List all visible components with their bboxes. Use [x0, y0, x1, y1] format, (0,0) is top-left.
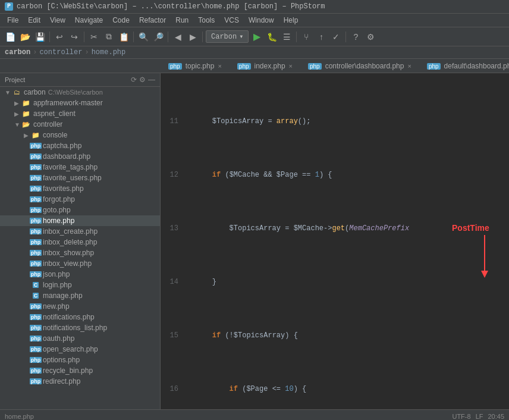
- tree-label-goto: goto.php: [43, 206, 71, 214]
- debug-btn[interactable]: 🐛: [265, 30, 278, 43]
- undo-btn[interactable]: ↩: [53, 30, 66, 43]
- code-line-11: 11 $TopicsArray = array();: [165, 116, 504, 127]
- tab-topic[interactable]: php topic.php ×: [161, 59, 230, 73]
- php-os-icon: php: [31, 344, 40, 354]
- tree-item-dashboard[interactable]: php dashboard.php: [0, 151, 160, 162]
- tree-root[interactable]: ▼ 🗂 carbon C:\WebSite\carbon: [0, 87, 160, 98]
- settings-btn[interactable]: ⚙: [364, 30, 377, 43]
- line-text-14: }: [195, 277, 504, 287]
- breadcrumb-homephp[interactable]: home.php: [92, 48, 126, 57]
- tab-controller-dashboard-close[interactable]: ×: [407, 62, 411, 70]
- tab-default-dashboard[interactable]: php default\dashboard.php ×: [419, 59, 509, 73]
- tab-index[interactable]: php index.php ×: [230, 59, 300, 73]
- commit-btn[interactable]: ✓: [329, 30, 343, 43]
- paste-btn[interactable]: 📋: [117, 30, 130, 43]
- run-btn[interactable]: ▶: [250, 30, 263, 43]
- tree-item-options[interactable]: php options.php: [0, 355, 160, 365]
- tree-item-recycle[interactable]: php recycle_bin.php: [0, 365, 160, 376]
- tree-item-favorite-users[interactable]: php favorite_users.php: [0, 173, 160, 183]
- tree-item-oauth[interactable]: php oauth.php: [0, 333, 160, 344]
- tree-item-forgot[interactable]: php forgot.php: [0, 194, 160, 205]
- tree-item-manage[interactable]: C manage.php: [0, 290, 160, 301]
- help-btn[interactable]: ?: [349, 30, 362, 43]
- search-btn[interactable]: 🔍: [137, 30, 150, 43]
- back-btn[interactable]: ◀: [171, 30, 184, 43]
- php-dashboard-icon: php: [31, 152, 40, 161]
- gear-icon[interactable]: ⚙: [139, 76, 146, 84]
- tab-controller-dashboard[interactable]: php controller\dashboard.php ×: [300, 59, 419, 73]
- php-notif-icon: php: [31, 312, 40, 322]
- tree-item-inbox-delete[interactable]: php inbox_delete.php: [0, 237, 160, 247]
- tree-item-favorites[interactable]: php favorites.php: [0, 183, 160, 194]
- redo-btn[interactable]: ↪: [68, 30, 81, 43]
- vcs-btn[interactable]: ⑂: [300, 30, 313, 43]
- tree-label-new: new.php: [43, 302, 70, 311]
- tree-item-redirect[interactable]: php redirect.php: [0, 376, 160, 387]
- line-text-12: if ($MCache && $Page == 1) {: [195, 170, 504, 180]
- menu-help[interactable]: Help: [279, 15, 303, 26]
- code-line-14: 14 }: [165, 277, 504, 287]
- tree-item-goto[interactable]: php goto.php: [0, 205, 160, 215]
- menu-vcs[interactable]: VCS: [219, 15, 244, 26]
- save-btn[interactable]: 💾: [33, 30, 46, 43]
- forward-btn[interactable]: ▶: [186, 30, 199, 43]
- menu-navigate[interactable]: Navigate: [70, 15, 108, 26]
- menu-view[interactable]: View: [45, 15, 70, 26]
- sync-icon[interactable]: ⟳: [131, 76, 137, 84]
- tab-controller-dashboard-label: controller\dashboard.php: [325, 62, 404, 70]
- tree-item-json[interactable]: php json.php: [0, 269, 160, 280]
- update-btn[interactable]: ↑: [315, 30, 328, 43]
- tree-item-notifications[interactable]: php notifications.php: [0, 312, 160, 322]
- open-btn[interactable]: 📂: [18, 30, 32, 43]
- run-config-dropdown[interactable]: Carbon ▾: [206, 30, 249, 43]
- tree-item-console[interactable]: ▶ 📁 console: [0, 130, 160, 140]
- tree-item-open-search[interactable]: php open_search.php: [0, 344, 160, 355]
- tree-item-notifications-list[interactable]: php notifications_list.php: [0, 322, 160, 333]
- php-icon-2: php: [237, 63, 251, 70]
- coverage-btn[interactable]: ☰: [280, 30, 293, 43]
- tree-item-login[interactable]: C login.php: [0, 280, 160, 290]
- tab-topic-label: topic.php: [186, 62, 215, 70]
- new-file-btn[interactable]: 📄: [4, 30, 17, 43]
- menu-code[interactable]: Code: [108, 15, 134, 26]
- tree-item-controller[interactable]: ▼ 📂 controller: [0, 119, 160, 130]
- tab-index-close[interactable]: ×: [289, 62, 293, 70]
- replace-btn[interactable]: 🔎: [152, 30, 165, 43]
- breadcrumb-carbon[interactable]: carbon: [5, 48, 30, 57]
- menu-file[interactable]: File: [2, 15, 23, 26]
- php-ic-icon: php: [31, 227, 40, 236]
- code-editor[interactable]: PostTime 11 $TopicsArray = array(); 12: [161, 73, 509, 409]
- code-content[interactable]: 11 $TopicsArray = array(); 12 if ($MCach…: [161, 73, 509, 409]
- tree-item-appframework[interactable]: ▶ 📁 appframework-master: [0, 98, 160, 108]
- code-line-12: 12 if ($MCache && $Page == 1) {: [165, 170, 504, 180]
- tree-item-home[interactable]: php home.php: [0, 215, 160, 226]
- minimize-icon[interactable]: —: [148, 76, 155, 84]
- toolbar-sep-5: [202, 32, 203, 42]
- menu-refactor[interactable]: Refactor: [134, 15, 171, 26]
- menu-edit[interactable]: Edit: [23, 15, 45, 26]
- tree-item-aspnet[interactable]: ▶ 📁 aspnet_client: [0, 108, 160, 119]
- tree-label-nl: notifications_list.php: [43, 324, 107, 332]
- tree-item-inbox-view[interactable]: php inbox_view.php: [0, 258, 160, 269]
- menu-tools[interactable]: Tools: [193, 15, 219, 26]
- tree-item-inbox-show[interactable]: php inbox_show.php: [0, 247, 160, 258]
- tree-item-new[interactable]: php new.php: [0, 301, 160, 312]
- php-ftags-icon: php: [31, 162, 40, 172]
- menu-window[interactable]: Window: [244, 15, 279, 26]
- tree-item-captcha[interactable]: php captcha.php: [0, 140, 160, 151]
- tab-topic-close[interactable]: ×: [218, 62, 221, 70]
- menu-run[interactable]: Run: [171, 15, 193, 26]
- tree-item-inbox-create[interactable]: php inbox_create.php: [0, 226, 160, 237]
- breadcrumb: carbon › controller › home.php: [0, 46, 509, 59]
- line-num-13: 13: [165, 223, 183, 234]
- app-icon: P: [5, 2, 13, 11]
- breadcrumb-sep-1: ›: [33, 48, 37, 57]
- breadcrumb-controller[interactable]: controller: [39, 48, 82, 57]
- tree-item-favorite-tags[interactable]: php favorite_tags.php: [0, 162, 160, 173]
- line-num-11: 11: [165, 116, 183, 127]
- copy-btn[interactable]: ⧉: [102, 30, 115, 43]
- tree-arrow-aspnet: ▶: [14, 111, 21, 117]
- tree-arrow-root: ▼: [5, 89, 12, 96]
- toolbar-sep-3: [133, 32, 134, 42]
- cut-btn[interactable]: ✂: [87, 30, 100, 43]
